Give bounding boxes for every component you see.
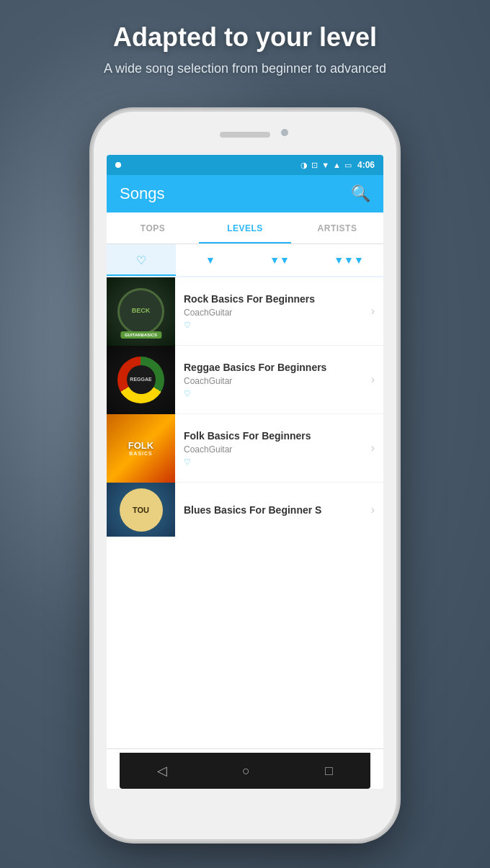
- search-button[interactable]: 🔍: [351, 184, 370, 203]
- tab-tops[interactable]: TOPS: [107, 212, 199, 243]
- chevron-right-icon-reggae: ›: [371, 373, 375, 386]
- song-info-reggae: Reggae Basics For Beginners CoachGuitar …: [175, 362, 371, 398]
- song-name-blues: Blues Basics For Beginner S: [184, 504, 362, 516]
- song-item-rock[interactable]: BECK GUITARBASICS Rock Basics For Beginn…: [107, 277, 383, 346]
- song-name-rock: Rock Basics For Beginners: [184, 293, 362, 305]
- main-subtitle: A wide song selection from beginner to a…: [0, 60, 490, 78]
- app-bar: Songs 🔍: [107, 175, 383, 212]
- status-bar: ◑ ⊡ ▼ ▲ ▭ 4:06: [107, 155, 383, 175]
- heart-outline-icon: ♡: [136, 254, 146, 267]
- song-item-blues[interactable]: ToU Blues Basics For Beginner S ›: [107, 483, 383, 537]
- wifi-icon: ▼: [321, 161, 329, 169]
- level-tab-beginner-1[interactable]: ▼: [176, 244, 245, 276]
- camera-icon: ⊡: [311, 161, 318, 170]
- android-back-button[interactable]: ◁: [157, 763, 167, 779]
- phone-screen: ◑ ⊡ ▼ ▲ ▭ 4:06 Songs 🔍 TOPS LEVEL: [107, 155, 383, 789]
- battery-icon: ▭: [344, 161, 352, 170]
- song-item-reggae[interactable]: REGGAE Reggae Basics For Beginners Coach…: [107, 346, 383, 414]
- status-time: 4:06: [357, 160, 375, 170]
- android-recent-button[interactable]: □: [325, 764, 333, 779]
- phone-camera: [281, 129, 288, 136]
- android-nav-bar: ◁ ○ □: [120, 753, 370, 789]
- song-info-folk: Folk Basics For Beginners CoachGuitar ♡: [175, 430, 371, 467]
- chevron-right-icon-folk: ›: [371, 442, 375, 455]
- level-tab-beginner-outline[interactable]: ♡: [107, 244, 176, 276]
- phone-body: ◑ ⊡ ▼ ▲ ▭ 4:06 Songs 🔍 TOPS LEVEL: [94, 112, 396, 839]
- song-list: BECK GUITARBASICS Rock Basics For Beginn…: [107, 277, 383, 748]
- tab-levels[interactable]: LEVELS: [199, 212, 291, 243]
- triangle-3-icon: ▼▼▼: [334, 254, 364, 266]
- chevron-right-icon-blues: ›: [371, 504, 375, 516]
- song-thumbnail-reggae: REGGAE: [107, 346, 175, 414]
- song-item-folk[interactable]: FOLK BASICS Folk Basics For Beginners Co…: [107, 414, 383, 483]
- song-level-folk: ♡: [184, 457, 362, 467]
- song-level-reggae: ♡: [184, 389, 362, 398]
- level-tab-intermediate[interactable]: ▼▼: [245, 244, 314, 276]
- chevron-right-icon-rock: ›: [371, 305, 375, 318]
- level-tab-advanced[interactable]: ▼▼▼: [314, 244, 383, 276]
- tab-bar: TOPS LEVELS ARTISTS: [107, 212, 383, 244]
- status-right-icons: ◑ ⊡ ▼ ▲ ▭ 4:06: [300, 160, 375, 170]
- song-name-reggae: Reggae Basics For Beginners: [184, 362, 362, 373]
- triangle-2-icon: ▼▼: [270, 254, 290, 266]
- header-section: Adapted to your level A wide song select…: [0, 22, 490, 78]
- phone-speaker: [220, 132, 270, 138]
- triangle-1-icon: ▼: [205, 254, 215, 266]
- song-artist-folk: CoachGuitar: [184, 444, 362, 455]
- main-headline: Adapted to your level: [0, 22, 490, 53]
- song-thumbnail-folk: FOLK BASICS: [107, 414, 175, 483]
- android-home-button[interactable]: ○: [242, 764, 250, 779]
- song-level-rock: ♡: [184, 321, 362, 330]
- song-artist-reggae: CoachGuitar: [184, 376, 362, 386]
- level-filter-tabs: ♡ ▼ ▼▼ ▼▼▼: [107, 244, 383, 277]
- phone-mockup: ◑ ⊡ ▼ ▲ ▭ 4:06 Songs 🔍 TOPS LEVEL: [94, 112, 396, 839]
- song-thumbnail-blues: ToU: [107, 483, 175, 537]
- song-name-folk: Folk Basics For Beginners: [184, 430, 362, 442]
- song-info-rock: Rock Basics For Beginners CoachGuitar ♡: [175, 293, 371, 330]
- song-thumbnail-rock: BECK GUITARBASICS: [107, 277, 175, 346]
- song-info-blues: Blues Basics For Beginner S: [175, 504, 371, 516]
- signal-icon: ▲: [333, 161, 341, 169]
- tab-artists[interactable]: ARTISTS: [291, 212, 383, 243]
- app-title: Songs: [120, 184, 164, 203]
- song-artist-rock: CoachGuitar: [184, 308, 362, 318]
- status-notification-dot: [115, 162, 121, 168]
- brightness-icon: ◑: [300, 161, 308, 170]
